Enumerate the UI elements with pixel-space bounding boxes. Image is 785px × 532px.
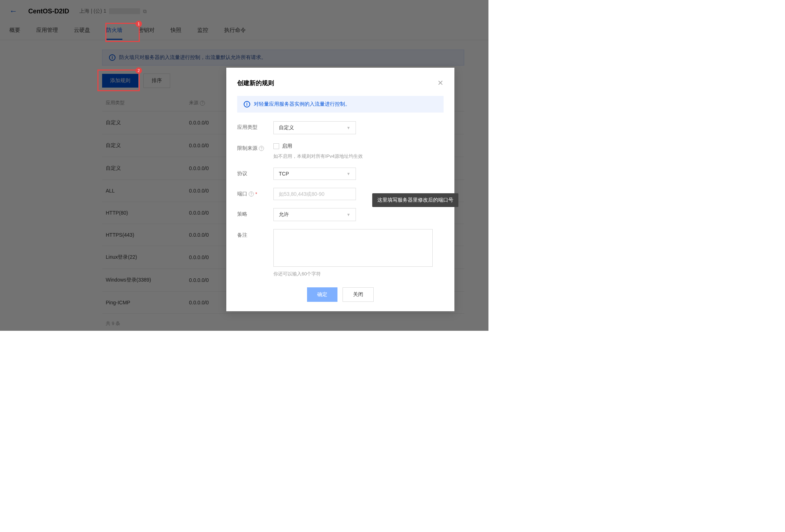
- chevron-down-icon: ▼: [347, 212, 350, 217]
- table-footer: 共 9 条: [102, 314, 464, 331]
- modal-title: 创建新的规则: [237, 79, 274, 87]
- port-input[interactable]: [273, 188, 356, 200]
- ip-redacted: [109, 8, 140, 14]
- info-icon: i: [109, 54, 116, 61]
- info-bar-text: 防火墙只对服务器的入流量进行控制，出流量默认允许所有请求。: [119, 54, 266, 61]
- help-icon[interactable]: ?: [249, 191, 254, 197]
- remark-textarea[interactable]: [273, 229, 433, 267]
- info-bar: i 防火墙只对服务器的入流量进行控制，出流量默认允许所有请求。: [102, 50, 464, 66]
- tab-overview[interactable]: 概要: [9, 27, 20, 40]
- limit-source-hint: 如不启用，本规则对所有IPv4源地址均生效: [273, 153, 444, 160]
- location-text: 上海 | (公) 1: [79, 8, 106, 14]
- annotation-tooltip: 这里填写服务器里修改后的端口号: [372, 193, 458, 207]
- label-app-type: 应用类型: [237, 121, 273, 131]
- label-policy: 策略: [237, 208, 273, 218]
- label-limit-source: 限制来源 ?: [237, 142, 273, 152]
- protocol-value: TCP: [279, 171, 289, 177]
- enable-source-checkbox[interactable]: [273, 143, 279, 149]
- protocol-select[interactable]: TCP ▼: [273, 168, 356, 180]
- back-arrow-icon[interactable]: ←: [9, 7, 17, 16]
- label-protocol: 协议: [237, 168, 273, 177]
- add-rule-button[interactable]: 添加规则: [102, 74, 138, 88]
- location-info: 上海 | (公) 1 ⧉: [79, 8, 147, 14]
- sort-button[interactable]: 排序: [143, 73, 170, 88]
- tab-snapshot[interactable]: 快照: [171, 27, 181, 40]
- app-type-value: 自定义: [279, 124, 294, 131]
- th-app-type: 应用类型: [102, 94, 185, 111]
- tab-keypair[interactable]: 密钥对: [138, 27, 155, 40]
- modal-info-text: 对轻量应用服务器实例的入流量进行控制。: [254, 101, 350, 107]
- tab-monitor[interactable]: 监控: [197, 27, 208, 40]
- label-remark: 备注: [237, 229, 273, 238]
- tab-firewall[interactable]: 防火墙: [106, 27, 122, 40]
- tab-exec[interactable]: 执行命令: [224, 27, 246, 40]
- confirm-button[interactable]: 确定: [307, 287, 337, 302]
- remark-char-hint: 你还可以输入60个字符: [273, 271, 444, 277]
- policy-value: 允许: [279, 211, 289, 218]
- help-icon[interactable]: ?: [200, 101, 205, 106]
- page-title: CentOS-D2ID: [28, 8, 69, 15]
- chevron-down-icon: ▼: [347, 172, 350, 176]
- tab-cloud-disk[interactable]: 云硬盘: [74, 27, 90, 40]
- app-type-select[interactable]: 自定义 ▼: [273, 121, 356, 134]
- help-icon[interactable]: ?: [259, 146, 264, 151]
- copy-icon[interactable]: ⧉: [143, 8, 147, 14]
- policy-select[interactable]: 允许 ▼: [273, 208, 356, 221]
- enable-label: 启用: [282, 143, 292, 149]
- tab-app-management[interactable]: 应用管理: [36, 27, 58, 40]
- modal-info-bar: i 对轻量应用服务器实例的入流量进行控制。: [237, 96, 444, 113]
- close-icon[interactable]: ✕: [437, 79, 444, 87]
- tabs-nav: 概要 应用管理 云硬盘 防火墙 密钥对 快照 监控 执行命令: [0, 20, 488, 40]
- create-rule-modal: 创建新的规则 ✕ i 对轻量应用服务器实例的入流量进行控制。 应用类型 自定义 …: [226, 68, 454, 311]
- chevron-down-icon: ▼: [347, 126, 350, 130]
- cancel-button[interactable]: 关闭: [343, 287, 374, 302]
- info-icon: i: [244, 101, 250, 107]
- page-header: ← CentOS-D2ID 上海 | (公) 1 ⧉: [0, 0, 488, 20]
- label-port: 端口 ? *: [237, 188, 273, 197]
